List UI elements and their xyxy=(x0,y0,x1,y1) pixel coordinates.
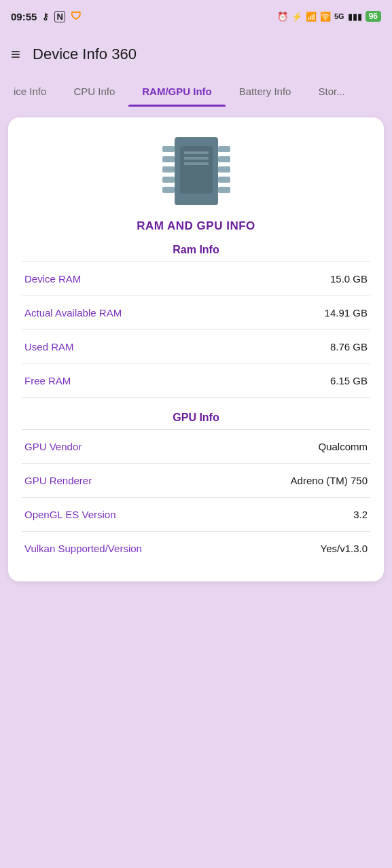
key-icon: ⚷ xyxy=(42,12,49,22)
device-ram-value: 15.0 GB xyxy=(330,273,368,285)
tab-bar: ice Info CPU Info RAM/GPU Info Battery I… xyxy=(0,76,392,107)
used-ram-label: Used RAM xyxy=(24,341,74,352)
svg-rect-0 xyxy=(162,146,175,152)
tab-cpu-info[interactable]: CPU Info xyxy=(60,76,128,107)
svg-rect-6 xyxy=(218,156,230,162)
opengl-es-label: OpenGL ES Version xyxy=(24,509,116,520)
gpu-renderer-label: GPU Renderer xyxy=(24,475,92,486)
tab-battery-info[interactable]: Battery Info xyxy=(226,76,305,107)
svg-rect-13 xyxy=(184,157,209,160)
svg-rect-1 xyxy=(162,156,175,162)
svg-rect-8 xyxy=(218,177,230,183)
table-row: Used RAM 8.76 GB xyxy=(22,330,370,364)
svg-rect-2 xyxy=(162,166,175,173)
battery-level: 96 xyxy=(366,11,381,22)
menu-button[interactable]: ≡ xyxy=(11,45,20,64)
table-row: Device RAM 15.0 GB xyxy=(22,262,370,296)
app-title: Device Info 360 xyxy=(33,46,137,63)
svg-rect-14 xyxy=(184,162,209,165)
status-right: ⏰ ⚡ 📶 🛜 5G ▮▮▮ 96 xyxy=(277,11,381,22)
gpu-section-title: GPU Info xyxy=(22,412,370,424)
table-row: Free RAM 6.15 GB xyxy=(22,364,370,398)
ram-chip-icon xyxy=(162,134,230,209)
main-title: RAM AND GPU INFO xyxy=(22,219,370,233)
used-ram-value: 8.76 GB xyxy=(330,341,368,352)
device-ram-label: Device RAM xyxy=(24,273,81,285)
opengl-es-value: 3.2 xyxy=(353,509,368,520)
actual-available-ram-value: 14.91 GB xyxy=(325,307,368,319)
svg-rect-9 xyxy=(218,187,230,193)
alarm-icon: ⏰ xyxy=(277,12,288,22)
vulkan-value: Yes/v1.3.0 xyxy=(321,543,368,554)
free-ram-value: 6.15 GB xyxy=(330,375,368,386)
main-content: RAM AND GPU INFO Ram Info Device RAM 15.… xyxy=(0,107,392,598)
free-ram-label: Free RAM xyxy=(24,375,71,386)
status-bar: 09:55 ⚷ N 🛡 ⏰ ⚡ 📶 🛜 5G ▮▮▮ 96 xyxy=(0,0,392,33)
table-row: GPU Renderer Adreno (TM) 750 xyxy=(22,464,370,498)
table-row: Actual Available RAM 14.91 GB xyxy=(22,296,370,330)
gpu-vendor-value: Qualcomm xyxy=(318,441,368,452)
info-card: RAM AND GPU INFO Ram Info Device RAM 15.… xyxy=(8,117,384,581)
svg-rect-4 xyxy=(162,187,175,193)
table-row: OpenGL ES Version 3.2 xyxy=(22,498,370,532)
actual-available-ram-label: Actual Available RAM xyxy=(24,307,122,319)
signal-bars-icon: ▮▮▮ xyxy=(348,12,362,22)
tab-ram-gpu-info[interactable]: RAM/GPU Info xyxy=(128,76,226,107)
bluetooth-icon: ⚡ xyxy=(291,12,302,22)
nfc-icon: N xyxy=(54,11,65,22)
network-icon: 5G xyxy=(334,12,344,20)
ram-section-title: Ram Info xyxy=(22,244,370,256)
wifi-icon: 🛜 xyxy=(320,12,331,22)
gpu-vendor-label: GPU Vendor xyxy=(24,441,82,452)
status-time: 09:55 xyxy=(11,11,37,22)
svg-rect-7 xyxy=(218,166,230,173)
status-left: 09:55 ⚷ N 🛡 xyxy=(11,10,82,22)
shield-icon: 🛡 xyxy=(71,10,82,22)
svg-rect-3 xyxy=(162,177,175,183)
svg-rect-5 xyxy=(218,146,230,152)
signal-icon: 📶 xyxy=(306,12,317,22)
app-bar: ≡ Device Info 360 xyxy=(0,33,392,76)
tab-storage-info[interactable]: Stor... xyxy=(304,76,358,107)
tab-device-info[interactable]: ice Info xyxy=(0,76,60,107)
chip-icon-container xyxy=(22,134,370,209)
gpu-renderer-value: Adreno (TM) 750 xyxy=(291,475,368,486)
svg-rect-12 xyxy=(184,151,209,154)
table-row: Vulkan Supported/Version Yes/v1.3.0 xyxy=(22,532,370,565)
table-row: GPU Vendor Qualcomm xyxy=(22,430,370,464)
vulkan-label: Vulkan Supported/Version xyxy=(24,543,142,554)
